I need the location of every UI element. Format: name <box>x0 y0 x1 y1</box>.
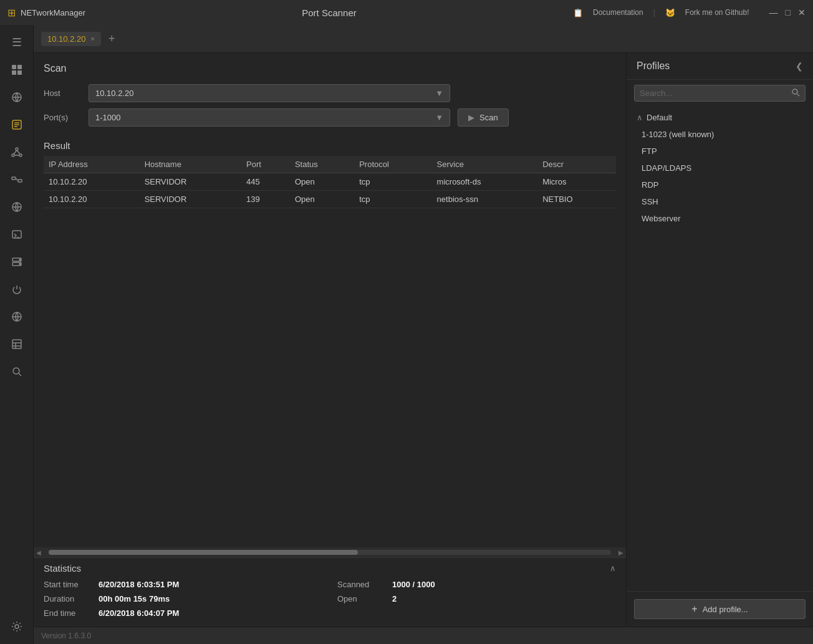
scroll-right-arrow[interactable]: ▶ <box>616 549 626 556</box>
minimize-button[interactable]: — <box>769 8 778 17</box>
close-button[interactable]: ✕ <box>798 8 806 17</box>
duration-value: 00h 00m 15s 79ms <box>99 594 170 603</box>
profile-group-header-default[interactable]: ∧ Default <box>627 109 813 126</box>
svg-point-25 <box>19 259 21 261</box>
duration-label: Duration <box>44 594 94 603</box>
scan-section-title: Scan <box>34 53 626 79</box>
scan-button-label: Scan <box>479 113 498 122</box>
cell-port: 139 <box>241 191 290 208</box>
result-table: IP Address Hostname Port Status Protocol… <box>44 156 616 208</box>
profile-items-container: 1-1023 (well known)FTPLDAP/LDAPSRDPSSHWe… <box>627 126 813 227</box>
app-body: ☰ <box>0 25 813 644</box>
svg-rect-0 <box>12 65 16 69</box>
sidebar-item-network[interactable] <box>4 85 29 110</box>
scan-form: Host 10.10.2.20 ▼ Port(s) 1-1000 ▼ <box>34 79 626 138</box>
sidebar-item-search[interactable] <box>4 359 29 384</box>
scroll-left-arrow[interactable]: ◀ <box>34 549 44 556</box>
sidebar-item-menu[interactable]: ☰ <box>4 30 29 55</box>
col-port: Port <box>241 156 290 173</box>
start-time-label: Start time <box>44 580 94 589</box>
table-header: IP Address Hostname Port Status Protocol… <box>44 156 616 173</box>
svg-rect-2 <box>12 70 16 75</box>
sidebar-item-terminal[interactable] <box>4 222 29 247</box>
sidebar-item-lang[interactable] <box>4 304 29 329</box>
sidebar-item-globe[interactable] <box>4 195 29 219</box>
svg-rect-16 <box>12 177 16 180</box>
doc-icon: 📋 <box>573 8 583 17</box>
svg-point-36 <box>792 89 797 94</box>
add-profile-button[interactable]: + Add profile... <box>634 599 806 619</box>
cell-status: Open <box>290 191 354 208</box>
profile-item[interactable]: LDAP/LDAPS <box>627 160 813 176</box>
host-arrow-icon: ▼ <box>435 89 443 98</box>
scrollbar-thumb[interactable] <box>49 550 358 555</box>
profile-item[interactable]: RDP <box>627 176 813 193</box>
table-row[interactable]: 10.10.2.20SERVIDOR445Opentcpmicrosoft-ds… <box>44 173 616 191</box>
profiles-collapse-button[interactable]: ❮ <box>796 61 803 71</box>
sidebar-item-scanner[interactable] <box>4 112 29 137</box>
cell-service: microsoft-ds <box>432 173 538 191</box>
stat-scanned: Scanned 1000 / 1000 <box>337 579 616 590</box>
maximize-button[interactable]: □ <box>786 8 791 17</box>
cell-ip: 10.10.2.20 <box>44 173 140 191</box>
profile-item[interactable]: FTP <box>627 143 813 160</box>
stats-grid: Start time 6/20/2018 6:03:51 PM Scanned … <box>44 579 616 619</box>
host-row: Host 10.10.2.20 ▼ <box>44 84 616 102</box>
profile-item[interactable]: 1-1023 (well known) <box>627 126 813 143</box>
svg-line-34 <box>19 373 21 376</box>
statistics-collapse-button[interactable]: ∧ <box>610 564 616 573</box>
sidebar-item-table[interactable] <box>4 332 29 357</box>
tab-close-button[interactable]: × <box>90 35 94 42</box>
github-link[interactable]: Fork me on Github! <box>685 8 749 17</box>
tab-bar: 10.10.2.20 × + <box>34 25 813 53</box>
result-tbody: 10.10.2.20SERVIDOR445Opentcpmicrosoft-ds… <box>44 173 616 208</box>
tab-label: 10.10.2.20 <box>47 34 85 44</box>
profile-item[interactable]: SSH <box>627 193 813 210</box>
statistics-title: Statistics <box>44 563 81 574</box>
scan-button[interactable]: ▶ Scan <box>458 108 509 127</box>
result-table-container[interactable]: IP Address Hostname Port Status Protocol… <box>44 156 616 547</box>
tab-add-button[interactable]: + <box>106 30 118 48</box>
svg-line-14 <box>17 150 20 154</box>
profiles-panel: Profiles ❮ ∧ Default 1-1023 (well known)… <box>626 53 813 627</box>
sidebar-item-server[interactable] <box>4 249 29 274</box>
profiles-search[interactable] <box>634 85 806 102</box>
sidebar-item-connections[interactable] <box>4 167 29 192</box>
col-hostname: Hostname <box>140 156 241 173</box>
sidebar-item-settings[interactable] <box>4 614 29 639</box>
profiles-header: Profiles ❮ <box>627 53 813 80</box>
scanned-value: 1000 / 1000 <box>392 580 435 589</box>
table-row[interactable]: 10.10.2.20SERVIDOR139Opentcpnetbios-ssnN… <box>44 191 616 208</box>
separator: | <box>653 8 655 17</box>
cell-hostname: SERVIDOR <box>140 173 241 191</box>
version-text: Version 1.6.3.0 <box>41 632 91 640</box>
title-bar-center: Port Scanner <box>85 7 573 18</box>
doc-link[interactable]: Documentation <box>593 8 643 17</box>
profiles-spacer <box>627 229 813 591</box>
host-select[interactable]: 10.10.2.20 ▼ <box>89 84 450 102</box>
svg-rect-3 <box>17 70 22 75</box>
svg-point-11 <box>12 154 14 156</box>
sidebar-item-dashboard[interactable] <box>4 57 29 82</box>
page-title: Port Scanner <box>302 7 357 18</box>
svg-rect-21 <box>12 231 21 238</box>
current-tab[interactable]: 10.10.2.20 × <box>41 32 101 46</box>
profile-item[interactable]: Webserver <box>627 210 813 227</box>
profiles-search-input[interactable] <box>640 89 789 98</box>
host-value: 10.10.2.20 <box>95 89 133 98</box>
profiles-footer: + Add profile... <box>627 591 813 627</box>
ports-select[interactable]: 1-1000 ▼ <box>89 108 450 127</box>
svg-line-18 <box>16 178 18 181</box>
sidebar-item-topology[interactable] <box>4 140 29 165</box>
cell-descr: NETBIO <box>537 191 616 208</box>
svg-rect-17 <box>18 180 22 182</box>
scanned-label: Scanned <box>337 580 387 589</box>
content-area: Scan Host 10.10.2.20 ▼ Port(s) 1-1000 <box>34 53 813 627</box>
scrollbar-track[interactable] <box>49 550 611 555</box>
stat-start-time: Start time 6/20/2018 6:03:51 PM <box>44 579 322 590</box>
group-name: Default <box>647 113 672 122</box>
horizontal-scrollbar[interactable]: ◀ ▶ <box>34 547 626 557</box>
app-icon: ⊞ <box>7 7 16 19</box>
play-icon: ▶ <box>468 113 474 122</box>
sidebar-item-power[interactable] <box>4 277 29 302</box>
